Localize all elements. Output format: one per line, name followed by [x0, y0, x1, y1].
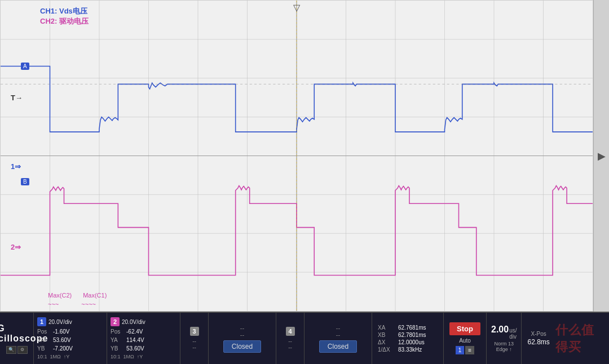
inv-row: 1/ΔX 83.33kHz: [378, 347, 438, 353]
ch1-ya-value: 53.60V: [53, 336, 71, 344]
ch1-badge[interactable]: 1: [37, 317, 46, 326]
ch2-info-block: 2 20.0V/div Pos -62.4V YA 114.4V YB 53.6…: [107, 313, 180, 364]
zlg-logo: ZLG Oscilloscope 🔍 ⚙: [0, 313, 34, 364]
ch2-label: CH2: 驱动电压: [40, 16, 89, 26]
cursor-badge-a: A: [21, 63, 29, 70]
ch2-name: CH2: [40, 17, 55, 25]
watermark-area: 什么值得买: [555, 313, 609, 364]
scope-screen: CH1: Vds电压 CH2: 驱动电压 T→ 1⇒ 2⇒ A B ▽ Max(…: [0, 0, 593, 312]
max-c2-label: Max(C2): [48, 292, 72, 299]
max-c1-label: Max(C1): [83, 292, 107, 299]
ch4-info-block: 4 -- --: [276, 313, 304, 364]
xa-label: XA: [378, 325, 394, 331]
ch1-div: 20.0V/div: [48, 319, 72, 325]
ch2-signal-label: 驱动电压: [59, 17, 89, 25]
status-bar: ZLG Oscilloscope 🔍 ⚙ 1 20.0V/div Pos -1.…: [0, 312, 609, 364]
ch2-pos-label: Pos: [111, 327, 124, 336]
ch2-ground-marker: 2⇒: [11, 243, 21, 251]
dx-label: ΔX: [378, 339, 394, 345]
timediv-section: 2.00 us/ div Norm 13 Edge ↑: [487, 313, 522, 364]
ch2-ya-label: YA: [111, 336, 124, 344]
closed-button-1[interactable]: Closed: [223, 340, 261, 353]
max-c2-value: ~~~: [48, 301, 59, 308]
ch2-yb-row: YB 53.60V: [111, 344, 176, 353]
dx-value: 12.0000us: [398, 339, 438, 345]
xb-value: 62.7801ms: [398, 332, 438, 338]
ch2-yb-value: 53.60V: [126, 344, 144, 353]
ch-sel-1-btn[interactable]: 1: [456, 346, 465, 354]
auto-label: Auto: [459, 338, 471, 344]
max-c1-value: ~~~~: [81, 301, 96, 308]
ch2-div: 20.0V/div: [122, 319, 145, 325]
xa-row: XA 62.7681ms: [378, 325, 438, 331]
ch1-yb-label: YB: [37, 344, 51, 353]
ch1-footer: 10:1 1MΩ ↑Y: [37, 354, 103, 359]
xb-row: XB 62.7801ms: [378, 332, 438, 338]
ch1-ground-marker: 1⇒: [11, 162, 21, 171]
scope-area: CH1: Vds电压 CH2: 驱动电压 T→ 1⇒ 2⇒ A B ▽ Max(…: [0, 0, 609, 312]
right-panel[interactable]: ▶: [593, 0, 609, 312]
xa-value: 62.7681ms: [398, 325, 438, 331]
ch1-info-block: 1 20.0V/div Pos -1.60V YA 53.60V YB -7.2…: [34, 313, 107, 364]
xb-label: XB: [378, 332, 394, 338]
cursor-badge-b: B: [21, 178, 29, 185]
ch3-badge[interactable]: 3: [190, 327, 199, 336]
ch2-ya-value: 114.4V: [126, 336, 144, 344]
ch2-pos-value: -62.4V: [126, 327, 143, 336]
closed-section-1: -- -- Closed: [209, 313, 276, 364]
ch2-badge[interactable]: 2: [111, 317, 120, 326]
inv-label: 1/ΔX: [378, 347, 394, 353]
ch1-signal-label: Vds电压: [59, 7, 87, 15]
zoom-icon[interactable]: 🔍: [6, 346, 16, 354]
ch1-label: CH1: Vds电压: [40, 6, 87, 16]
ch2-yb-label: YB: [111, 344, 124, 353]
ch4-badge[interactable]: 4: [286, 327, 295, 336]
ch1-pos-label: Pos: [37, 327, 51, 336]
stop-section: Stop Auto 1 ≡: [444, 313, 487, 364]
ch1-name: CH1: [40, 7, 55, 15]
ch2-ya-row: YA 114.4V: [111, 336, 176, 344]
ch-sel-icon-btn[interactable]: ≡: [465, 346, 474, 354]
ch1-pos-value: -1.60V: [53, 327, 69, 336]
ch1-ya-label: YA: [37, 336, 51, 344]
ch3-info-block: 3 -- --: [180, 313, 209, 364]
closed2-dashes2: --: [336, 331, 340, 338]
closed-button-2[interactable]: Closed: [319, 340, 357, 353]
closed-section-2: -- -- Closed: [304, 313, 372, 364]
xpos-value: 62.8ms: [527, 338, 549, 346]
trigger-info: Norm 13 Edge ↑: [494, 341, 514, 352]
ch2-footer: 10:1 1MΩ ↑Y: [111, 354, 176, 359]
ch1-ya-row: YA 53.60V: [37, 336, 103, 344]
settings-icon[interactable]: ⚙: [17, 346, 28, 354]
ch2-pos-row: Pos -62.4V: [111, 327, 176, 336]
brand-icons: 🔍 ⚙: [6, 346, 28, 354]
closed2-dashes: --: [336, 325, 340, 331]
watermark-text: 什么值得买: [555, 322, 603, 356]
trigger-arrow: ▽: [293, 2, 300, 13]
closed1-dashes2: --: [240, 331, 244, 338]
xpos-label: X-Pos: [531, 331, 546, 337]
ch1-pos-row: Pos -1.60V: [37, 327, 103, 336]
inv-value: 83.33kHz: [398, 347, 438, 353]
timediv-unit: us/ div: [509, 327, 517, 340]
ch1-yb-value: -7.200V: [53, 344, 73, 353]
xpos-section: X-Pos 62.8ms: [522, 313, 555, 364]
dx-row: ΔX 12.0000us: [378, 339, 438, 345]
ch-selector: 1 ≡: [456, 346, 474, 354]
measurements-section: XA 62.7681ms XB 62.7801ms ΔX 12.0000us 1…: [372, 313, 444, 364]
stop-button[interactable]: Stop: [449, 322, 480, 335]
trigger-marker: T→: [11, 94, 23, 102]
timediv-value: 2.00: [491, 325, 509, 335]
ch1-yb-row: YB -7.200V: [37, 344, 103, 353]
waveform-display: [1, 1, 593, 311]
closed1-dashes: --: [240, 325, 244, 331]
